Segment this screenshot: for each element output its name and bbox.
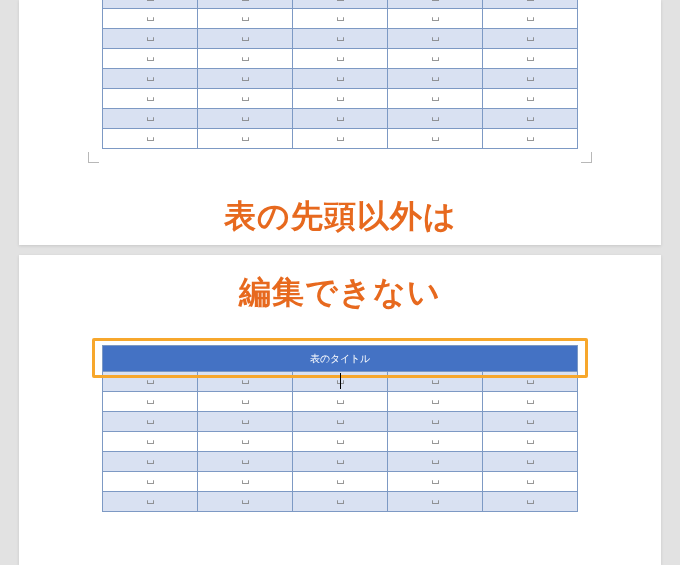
table-cell[interactable]: ⌴ (388, 0, 483, 9)
table-cell[interactable]: ⌴ (198, 89, 293, 109)
table-cell[interactable]: ⌴ (483, 69, 578, 89)
table-cell[interactable]: ⌴ (198, 109, 293, 129)
table-row[interactable]: ⌴⌴⌴⌴⌴ (103, 9, 578, 29)
annotation-line-1: 表の先頭以外は (224, 195, 457, 239)
table-top[interactable]: ⌴⌴⌴⌴⌴⌴⌴⌴⌴⌴⌴⌴⌴⌴⌴⌴⌴⌴⌴⌴⌴⌴⌴⌴⌴⌴⌴⌴⌴⌴⌴⌴⌴⌴⌴⌴⌴⌴⌴⌴ (102, 0, 578, 149)
table-cell[interactable]: ⌴ (388, 372, 483, 392)
table-cell[interactable]: ⌴ (198, 412, 293, 432)
table-cell[interactable]: ⌴ (293, 492, 388, 512)
table-cell[interactable]: ⌴ (483, 372, 578, 392)
table-cell[interactable]: ⌴ (103, 472, 198, 492)
table-cell[interactable]: ⌴ (198, 9, 293, 29)
table-title-cell[interactable]: 表のタイトル (103, 346, 578, 372)
table-cell[interactable]: ⌴ (388, 29, 483, 49)
table-cell[interactable]: ⌴ (388, 392, 483, 412)
table-cell[interactable]: ⌴ (198, 492, 293, 512)
table-cell[interactable]: ⌴ (388, 432, 483, 452)
table-cell[interactable]: ⌴ (483, 472, 578, 492)
table-cell[interactable]: ⌴ (483, 109, 578, 129)
table-cell[interactable]: ⌴ (388, 109, 483, 129)
table-bottom-grid[interactable]: 表のタイトル ⌴⌴⌴⌴⌴⌴⌴⌴⌴⌴⌴⌴⌴⌴⌴⌴⌴⌴⌴⌴⌴⌴⌴⌴⌴⌴⌴⌴⌴⌴⌴⌴⌴… (102, 345, 578, 512)
table-cell[interactable]: ⌴ (103, 29, 198, 49)
table-row[interactable]: ⌴⌴⌴⌴⌴ (103, 412, 578, 432)
table-row[interactable]: ⌴⌴⌴⌴⌴ (103, 0, 578, 9)
table-cell[interactable]: ⌴ (388, 9, 483, 29)
table-cell[interactable]: ⌴ (483, 49, 578, 69)
table-cell[interactable]: ⌴ (103, 89, 198, 109)
table-cell[interactable]: ⌴ (103, 0, 198, 9)
table-cell[interactable]: ⌴ (483, 392, 578, 412)
document-page-1: ⌴⌴⌴⌴⌴⌴⌴⌴⌴⌴⌴⌴⌴⌴⌴⌴⌴⌴⌴⌴⌴⌴⌴⌴⌴⌴⌴⌴⌴⌴⌴⌴⌴⌴⌴⌴⌴⌴⌴⌴… (19, 0, 661, 245)
table-row[interactable]: ⌴⌴⌴⌴⌴ (103, 109, 578, 129)
table-cell[interactable]: ⌴ (103, 129, 198, 149)
table-bottom[interactable]: 表のタイトル ⌴⌴⌴⌴⌴⌴⌴⌴⌴⌴⌴⌴⌴⌴⌴⌴⌴⌴⌴⌴⌴⌴⌴⌴⌴⌴⌴⌴⌴⌴⌴⌴⌴… (102, 345, 578, 512)
table-cell[interactable]: ⌴ (388, 49, 483, 69)
table-cell[interactable]: ⌴ (103, 392, 198, 412)
table-cell[interactable]: ⌴ (293, 472, 388, 492)
table-cell[interactable]: ⌴ (483, 129, 578, 149)
table-cell[interactable]: ⌴ (388, 69, 483, 89)
table-cell[interactable]: ⌴ (293, 432, 388, 452)
table-cell[interactable]: ⌴ (483, 492, 578, 512)
table-cell[interactable]: ⌴ (103, 69, 198, 89)
table-header-row[interactable]: 表のタイトル (103, 346, 578, 372)
table-cell[interactable]: ⌴ (198, 0, 293, 9)
table-row[interactable]: ⌴⌴⌴⌴⌴ (103, 472, 578, 492)
table-cell[interactable]: ⌴ (483, 412, 578, 432)
table-cell[interactable]: ⌴ (293, 29, 388, 49)
table-cell[interactable]: ⌴ (293, 109, 388, 129)
table-cell[interactable]: ⌴ (103, 492, 198, 512)
table-cell[interactable]: ⌴ (103, 372, 198, 392)
table-cell[interactable]: ⌴ (483, 9, 578, 29)
table-row[interactable]: ⌴⌴⌴⌴⌴ (103, 492, 578, 512)
table-cell[interactable]: ⌴ (103, 49, 198, 69)
table-cell[interactable]: ⌴ (388, 472, 483, 492)
table-cell[interactable]: ⌴ (198, 129, 293, 149)
table-cell[interactable]: ⌴ (103, 109, 198, 129)
table-cell[interactable]: ⌴ (293, 69, 388, 89)
table-cell[interactable]: ⌴ (198, 452, 293, 472)
table-cell[interactable]: ⌴ (293, 392, 388, 412)
table-cell[interactable]: ⌴ (483, 452, 578, 472)
table-cell[interactable]: ⌴ (198, 29, 293, 49)
table-cell[interactable]: ⌴ (388, 412, 483, 432)
table-cell[interactable]: ⌴ (198, 49, 293, 69)
table-cell[interactable]: ⌴ (293, 9, 388, 29)
table-cell[interactable]: ⌴ (103, 452, 198, 472)
table-cell[interactable]: ⌴ (198, 69, 293, 89)
table-row[interactable]: ⌴⌴⌴⌴⌴ (103, 452, 578, 472)
table-cell[interactable]: ⌴ (483, 89, 578, 109)
table-row[interactable]: ⌴⌴⌴⌴⌴ (103, 432, 578, 452)
annotation-line-2: 編集できない (239, 271, 441, 315)
table-row[interactable]: ⌴⌴⌴⌴⌴ (103, 89, 578, 109)
table-cell[interactable]: ⌴ (483, 432, 578, 452)
table-cell[interactable]: ⌴ (103, 9, 198, 29)
table-cell[interactable]: ⌴ (388, 452, 483, 472)
table-cell[interactable]: ⌴ (388, 129, 483, 149)
document-page-2: 編集できない 表のタイトル ⌴⌴⌴⌴⌴⌴⌴⌴⌴⌴⌴⌴⌴⌴⌴⌴⌴⌴⌴⌴⌴⌴⌴⌴⌴⌴… (19, 255, 661, 565)
table-cell[interactable]: ⌴ (198, 392, 293, 412)
table-cell[interactable]: ⌴ (293, 49, 388, 69)
table-cell[interactable]: ⌴ (293, 89, 388, 109)
table-cell[interactable]: ⌴ (198, 432, 293, 452)
table-row[interactable]: ⌴⌴⌴⌴⌴ (103, 392, 578, 412)
table-cell[interactable]: ⌴ (198, 372, 293, 392)
table-top-grid[interactable]: ⌴⌴⌴⌴⌴⌴⌴⌴⌴⌴⌴⌴⌴⌴⌴⌴⌴⌴⌴⌴⌴⌴⌴⌴⌴⌴⌴⌴⌴⌴⌴⌴⌴⌴⌴⌴⌴⌴⌴⌴ (102, 0, 578, 149)
table-cell[interactable]: ⌴ (198, 472, 293, 492)
table-row[interactable]: ⌴⌴⌴⌴⌴ (103, 49, 578, 69)
table-cell[interactable]: ⌴ (388, 492, 483, 512)
table-cell[interactable]: ⌴ (293, 0, 388, 9)
text-cursor (340, 373, 341, 389)
table-cell[interactable]: ⌴ (103, 432, 198, 452)
page-corner-mark-bl (88, 152, 99, 163)
table-cell[interactable]: ⌴ (483, 29, 578, 49)
table-row[interactable]: ⌴⌴⌴⌴⌴ (103, 29, 578, 49)
table-cell[interactable]: ⌴ (293, 129, 388, 149)
table-cell[interactable]: ⌴ (483, 0, 578, 9)
table-row[interactable]: ⌴⌴⌴⌴⌴ (103, 69, 578, 89)
table-row[interactable]: ⌴⌴⌴⌴⌴ (103, 129, 578, 149)
table-cell[interactable]: ⌴ (293, 412, 388, 432)
table-cell[interactable]: ⌴ (293, 452, 388, 472)
table-cell[interactable]: ⌴ (388, 89, 483, 109)
table-cell[interactable]: ⌴ (103, 412, 198, 432)
